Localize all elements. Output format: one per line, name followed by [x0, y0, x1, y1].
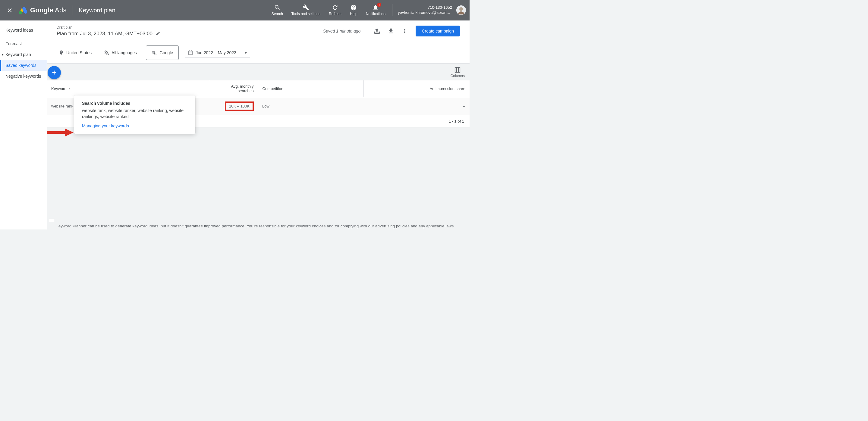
columns-icon [454, 67, 461, 73]
plan-name: Plan from Jul 3, 2023, 11 AM, GMT+03:00 [57, 31, 153, 37]
cell-avg-searches: 10K – 100K [210, 97, 258, 115]
columns-button[interactable]: Columns [451, 67, 465, 79]
help-button[interactable]: Help [346, 0, 362, 21]
tooltip-title: Search volume includes [82, 101, 189, 106]
sidebar-divider [5, 37, 33, 37]
account-info[interactable]: 710-133-1652 yevheniia.khromova@serankin… [395, 5, 455, 15]
pencil-icon [156, 31, 160, 36]
help-label: Help [350, 12, 358, 16]
svg-point-2 [459, 7, 463, 11]
google-ads-logo-text: Google Ads [30, 6, 67, 14]
notifications-button[interactable]: ! Notifications [362, 0, 390, 21]
header-inline-divider [366, 27, 366, 36]
chevron-down-icon: ▾ [245, 50, 247, 55]
search-volume-tooltip: Search volume includes website rank, web… [74, 95, 195, 134]
close-icon [6, 7, 13, 13]
refresh-icon [332, 4, 338, 11]
header-divider-right [392, 4, 393, 16]
translate-icon [104, 50, 109, 56]
search-icon [274, 4, 281, 11]
search-label: Search [272, 12, 283, 16]
sidebar-item-negative-keywords[interactable]: Negative keywords [0, 71, 47, 82]
table-header-row: Keyword ↑ Avg. monthly searches Competit… [47, 80, 470, 97]
filters-row: United States All languages Google Jun 2… [47, 42, 470, 63]
app-header: Google Ads Keyword plan Search Tools and… [0, 0, 470, 21]
saved-status: Saved 1 minute ago [323, 29, 361, 33]
tooltip-link[interactable]: Managing your keywords [82, 124, 129, 128]
col-competition[interactable]: Competition [258, 80, 364, 97]
plan-header-right: Saved 1 minute ago Create campaign [323, 26, 460, 36]
wrench-icon [303, 4, 309, 11]
sidebar-item-forecast[interactable]: Forecast [0, 38, 47, 49]
sidebar: Keyword ideas Forecast Keyword plan Save… [0, 21, 47, 229]
plan-top: Draft plan Plan from Jul 3, 2023, 11 AM,… [47, 21, 470, 64]
cell-ad-impression: – [364, 97, 470, 115]
refresh-label: Refresh [329, 12, 341, 16]
plus-icon [51, 69, 58, 76]
col-keyword[interactable]: Keyword ↑ [47, 80, 210, 97]
header-left: Google Ads Keyword plan [4, 4, 116, 16]
tools-label: Tools and settings [291, 12, 320, 16]
footer-disclaimer: eyword Planner can be used to generate k… [47, 222, 470, 229]
draft-plan-label: Draft plan [57, 25, 160, 30]
notifications-label: Notifications [366, 12, 385, 16]
add-keyword-button[interactable] [48, 66, 61, 79]
col-ad-impression-share[interactable]: Ad impression share [364, 80, 470, 97]
svg-marker-4 [65, 129, 73, 136]
col-avg-searches[interactable]: Avg. monthly searches [210, 80, 258, 97]
avatar-icon [456, 5, 466, 15]
network-filter[interactable]: Google [146, 45, 179, 60]
columns-label: Columns [451, 74, 465, 78]
network-label: Google [159, 50, 173, 55]
header-right: Search Tools and settings Refresh Help !… [267, 0, 466, 21]
main-panel: Draft plan Plan from Jul 3, 2023, 11 AM,… [47, 21, 470, 229]
location-icon [59, 50, 64, 56]
google-ads-icon [18, 5, 28, 15]
svg-point-0 [19, 11, 22, 14]
language-label: All languages [112, 50, 137, 55]
download-icon [388, 28, 394, 34]
search-network-icon [152, 50, 157, 56]
date-range-label: Jun 2022 – May 2023 [195, 50, 236, 55]
more-vert-icon [401, 28, 408, 34]
avg-searches-highlight: 10K – 100K [225, 101, 254, 111]
location-filter[interactable]: United States [56, 47, 95, 58]
col-keyword-label: Keyword [51, 87, 67, 91]
content-area: Keyword ideas Forecast Keyword plan Save… [0, 21, 470, 229]
plan-header-left: Draft plan Plan from Jul 3, 2023, 11 AM,… [57, 25, 160, 37]
share-button[interactable] [372, 26, 382, 36]
create-campaign-button[interactable]: Create campaign [415, 26, 460, 36]
search-button[interactable]: Search [267, 0, 287, 21]
upload-icon [374, 28, 380, 34]
account-id: 710-133-1652 [398, 5, 452, 10]
calendar-icon [188, 50, 193, 56]
sidebar-item-saved-keywords[interactable]: Saved keywords [0, 60, 47, 71]
refresh-button[interactable]: Refresh [324, 0, 346, 21]
sidebar-item-keyword-plan[interactable]: Keyword plan [0, 49, 47, 60]
annotation-arrow-icon [47, 128, 74, 137]
account-email: yevheniia.khromova@serankin… [398, 10, 452, 15]
more-options-button[interactable] [399, 26, 410, 36]
download-button[interactable] [385, 26, 396, 36]
table-actions-row: Columns [47, 64, 470, 80]
date-range-filter[interactable]: Jun 2022 – May 2023 ▾ [185, 47, 250, 58]
sort-asc-icon: ↑ [69, 87, 71, 91]
notification-badge: ! [377, 3, 381, 7]
language-filter[interactable]: All languages [101, 47, 140, 58]
table-container: Keyword ↑ Avg. monthly searches Competit… [47, 80, 470, 127]
plan-name-row: Plan from Jul 3, 2023, 11 AM, GMT+03:00 [57, 31, 160, 37]
google-ads-logo[interactable]: Google Ads [18, 5, 67, 15]
edit-plan-name-button[interactable] [156, 31, 160, 37]
page-title: Keyword plan [79, 7, 116, 14]
location-label: United States [66, 50, 92, 55]
sidebar-item-keyword-ideas[interactable]: Keyword ideas [0, 25, 47, 36]
close-button[interactable] [4, 4, 16, 16]
plan-header: Draft plan Plan from Jul 3, 2023, 11 AM,… [47, 21, 470, 42]
sidebar-keyword-plan-label: Keyword plan [5, 52, 31, 57]
cell-competition: Low [258, 97, 364, 115]
user-avatar[interactable] [456, 5, 466, 15]
tooltip-body: website rank, website ranker, website ra… [82, 107, 189, 120]
help-icon [350, 4, 357, 11]
tools-settings-button[interactable]: Tools and settings [287, 0, 324, 21]
